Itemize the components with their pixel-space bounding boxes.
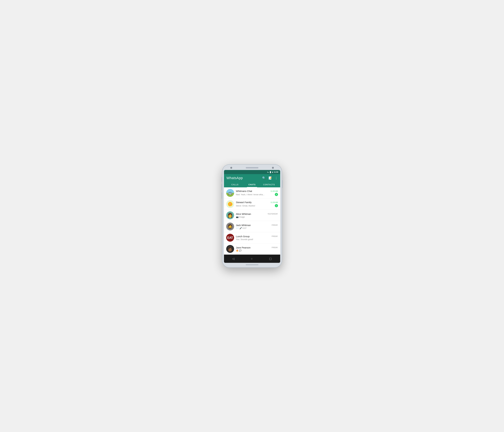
app-header: WhatsApp 🔍 📝 ⋮ CALLS CHATS CONTACTS: [224, 174, 280, 187]
phone-frame: ▾▴ ▐▌ ▮ 11:50 WhatsApp 🔍 📝 ⋮ CALLS: [222, 164, 282, 268]
volume-down-button: [221, 184, 222, 190]
read-receipt-icon: ✓✓: [236, 227, 239, 229]
header-actions: 🔍 📝 ⋮: [262, 176, 278, 180]
chat-item-stewart[interactable]: 🌼 Stewart Family 11:39 AM Steve: Great, …: [224, 198, 280, 210]
mute-button: [221, 192, 222, 199]
chat-name-row: Jack Whitman FRIDAY: [236, 224, 278, 226]
volume-up-button: [221, 177, 222, 182]
recents-button[interactable]: ▢: [269, 257, 272, 261]
phone-screen: ▾▴ ▐▌ ▮ 11:50 WhatsApp 🔍 📝 ⋮ CALLS: [224, 170, 280, 263]
chat-item-jack[interactable]: 🧔 Jack Whitman FRIDAY ✓✓ 🎤 0:07: [224, 221, 280, 232]
home-button[interactable]: ○: [251, 257, 253, 261]
chat-name: Alice Whitman: [236, 213, 251, 215]
chat-name-row: Lunch Group FRIDAY: [236, 235, 278, 238]
new-chat-icon[interactable]: 📝: [269, 176, 272, 180]
chat-time: FRIDAY: [272, 235, 278, 237]
app-title: WhatsApp: [226, 176, 243, 180]
unread-badge: 3: [275, 193, 278, 196]
avatar-alice: 👩: [226, 211, 234, 219]
chat-preview: You: Sounds good!: [236, 238, 253, 241]
chat-item-jane[interactable]: 👩🏾 Jane Pearson FRIDAY 🔥 💬: [224, 243, 280, 255]
front-sensor: [272, 167, 274, 169]
status-time: 11:50: [274, 171, 278, 173]
chat-preview-row: Ned: Yeah, I think I know wha... 3: [236, 193, 278, 196]
chat-list: 🚌 Whitmans Chat 11:45 AM Ned: Yeah, I th…: [224, 187, 280, 255]
chat-content-lunch: Lunch Group FRIDAY You: Sounds good!: [236, 235, 278, 241]
chat-name-row: Alice Whitman YESTERDAY: [236, 213, 278, 215]
chat-item-whitmans[interactable]: 🚌 Whitmans Chat 11:45 AM Ned: Yeah, I th…: [224, 187, 280, 198]
battery-icon: ▮: [272, 171, 273, 173]
avatar-jack: 🧔: [226, 223, 234, 230]
front-camera: [230, 167, 232, 169]
bottom-nav: ◁ ○ ▢: [224, 255, 280, 263]
chat-time: FRIDAY: [272, 247, 278, 248]
camera-icon: 📷: [236, 216, 239, 218]
chat-content-jane: Jane Pearson FRIDAY 🔥 💬: [236, 246, 278, 252]
home-indicator: [246, 264, 258, 265]
tab-bar: CALLS CHATS CONTACTS: [226, 182, 278, 187]
chat-content-alice: Alice Whitman YESTERDAY 📷 Image: [236, 213, 278, 218]
avatar-stewart: 🌼: [226, 200, 234, 208]
tab-calls[interactable]: CALLS: [226, 182, 243, 187]
chat-preview: Ned: Yeah, I think I know wha...: [236, 193, 265, 196]
power-button: [282, 180, 283, 188]
chat-name-row: Whitmans Chat 11:45 AM: [236, 190, 278, 192]
tab-contacts[interactable]: CONTACTS: [261, 182, 278, 187]
eat-sign: EAT: [226, 234, 234, 242]
chat-preview: 🔥 💬: [236, 249, 242, 252]
chat-preview-row: Steve: Great, thanks! 1: [236, 204, 278, 207]
chat-content-jack: Jack Whitman FRIDAY ✓✓ 🎤 0:07: [236, 224, 278, 229]
chat-name-row: Stewart Family 11:39 AM: [236, 201, 278, 204]
chat-time: FRIDAY: [272, 224, 278, 226]
chat-time: YESTERDAY: [268, 213, 278, 215]
chat-name: Stewart Family: [236, 201, 252, 204]
chat-preview: 📷 Image: [236, 216, 245, 218]
search-icon[interactable]: 🔍: [262, 176, 266, 180]
chat-content-stewart: Stewart Family 11:39 AM Steve: Great, th…: [236, 201, 278, 207]
chat-preview: Steve: Great, thanks!: [236, 205, 255, 207]
phone-bottom-bar: [224, 264, 280, 265]
chat-item-lunch[interactable]: EAT Lunch Group FRIDAY You: Sounds good!: [224, 232, 280, 243]
unread-badge: 1: [275, 204, 278, 207]
chat-preview-row: You: Sounds good!: [236, 238, 278, 241]
avatar-jane: 👩🏾: [226, 245, 234, 253]
avatar-lunch: EAT: [226, 234, 234, 242]
chat-preview-row: 🔥 💬: [236, 249, 278, 252]
chat-preview-row: 📷 Image: [236, 216, 278, 218]
chat-time: 11:39 AM: [270, 201, 278, 203]
header-top-row: WhatsApp 🔍 📝 ⋮: [226, 176, 278, 180]
phone-top-bar: [224, 167, 280, 169]
chat-item-alice[interactable]: 👩 Alice Whitman YESTERDAY 📷 Image: [224, 210, 280, 221]
chat-content-whitmans: Whitmans Chat 11:45 AM Ned: Yeah, I thin…: [236, 190, 278, 196]
chat-name-row: Jane Pearson FRIDAY: [236, 246, 278, 249]
status-bar: ▾▴ ▐▌ ▮ 11:50: [224, 170, 280, 174]
chat-preview: ✓✓ 🎤 0:07: [236, 227, 247, 229]
chat-time: 11:45 AM: [270, 190, 278, 192]
back-button[interactable]: ◁: [232, 257, 234, 261]
chat-name: Whitmans Chat: [236, 190, 252, 192]
tab-chats[interactable]: CHATS: [243, 182, 261, 187]
chat-name: Jack Whitman: [236, 224, 251, 226]
mic-icon: 🎤: [239, 227, 242, 229]
signal-icon: ▐▌: [269, 171, 271, 173]
avatar-whitmans: 🚌: [226, 189, 234, 197]
wifi-icon: ▾▴: [267, 171, 269, 173]
speaker: [246, 167, 258, 168]
more-options-icon[interactable]: ⋮: [275, 176, 278, 180]
status-icons: ▾▴ ▐▌ ▮ 11:50: [267, 171, 278, 173]
chat-name: Lunch Group: [236, 235, 250, 238]
chat-preview-row: ✓✓ 🎤 0:07: [236, 227, 278, 229]
chat-name: Jane Pearson: [236, 246, 251, 249]
